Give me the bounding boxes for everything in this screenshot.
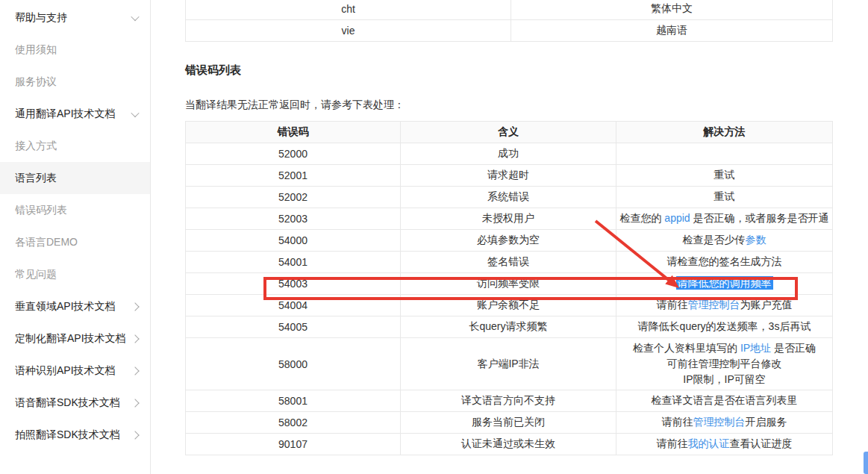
inline-link[interactable]: appid xyxy=(664,212,690,224)
error-code-cell: 52003 xyxy=(186,208,401,230)
sidebar-item-error-code-list[interactable]: 错误码列表 xyxy=(0,194,150,226)
solution-line: 请前往管理控制台开启服务 xyxy=(662,416,787,428)
meaning-cell: 成功 xyxy=(401,143,616,165)
solution-text: 是否正确 xyxy=(771,342,816,354)
sidebar-item-label: 接入方式 xyxy=(15,140,57,153)
error-code-cell: 54000 xyxy=(186,230,401,252)
meaning-cell: 客户端IP非法 xyxy=(401,338,616,390)
error-code-cell: 58001 xyxy=(186,390,401,412)
sidebar-item-general-translate-api-docs[interactable]: 通用翻译API技术文档 xyxy=(0,98,150,130)
solution-cell: 请前往我的认证查看认证进度 xyxy=(616,434,833,455)
chevron-right-icon xyxy=(131,399,139,407)
sidebar-item-label: 语音翻译SDK技术文档 xyxy=(15,396,120,410)
error-row: 54001签名错误请检查您的签名生成方法 xyxy=(186,252,833,273)
meaning-cell: 请求超时 xyxy=(401,165,616,187)
inline-link[interactable]: 管理控制台 xyxy=(693,416,746,428)
error-row-annotated: 54003访问频率受限请降低您的调用频率 xyxy=(186,273,833,295)
solution-text: 查看认证进度 xyxy=(730,437,793,449)
solution-text: 重试 xyxy=(714,169,735,181)
inline-link[interactable]: IP地址 xyxy=(740,342,771,354)
error-code-cell: 54004 xyxy=(186,295,401,316)
language-row: cht繁体中文 xyxy=(186,0,833,20)
sidebar-item-access-method[interactable]: 接入方式 xyxy=(0,130,150,162)
error-row: 90107认证未通过或未生效请前往我的认证查看认证进度 xyxy=(186,434,833,455)
error-code-cell: 52000 xyxy=(186,143,401,165)
sidebar-item-label: 常见问题 xyxy=(15,268,57,281)
error-table-header: 错误码 xyxy=(186,122,401,143)
solution-line: 重试 xyxy=(714,190,735,202)
sidebar-item-language-detect-api-docs[interactable]: 语种识别API技术文档 xyxy=(0,355,150,387)
error-row: 54004账户余额不足请前往管理控制台为账户充值 xyxy=(186,295,833,316)
sidebar-item-label: 语种识别API技术文档 xyxy=(15,364,116,378)
solution-text: 请前往 xyxy=(657,299,688,311)
error-row: 52001请求超时重试 xyxy=(186,165,833,187)
solution-line: IP限制，IP可留空 xyxy=(619,372,829,387)
sidebar: 帮助与支持使用须知服务协议通用翻译API技术文档接入方式语言列表错误码列表各语言… xyxy=(0,0,151,474)
language-code-cell: vie xyxy=(186,20,511,42)
sidebar-nav: 帮助与支持使用须知服务协议通用翻译API技术文档接入方式语言列表错误码列表各语言… xyxy=(0,1,150,451)
sidebar-item-usage-notes[interactable]: 使用须知 xyxy=(0,34,150,66)
solution-text: 检查您的 xyxy=(619,212,664,224)
chevron-down-icon xyxy=(131,108,139,116)
sidebar-item-label: 通用翻译API技术文档 xyxy=(15,107,116,121)
meaning-cell: 未授权用户 xyxy=(401,208,616,230)
solution-cell: 重试 xyxy=(616,187,833,208)
error-row: 58001译文语言方向不支持检查译文语言是否在语言列表里 xyxy=(186,390,833,412)
solution-text: IP限制，IP可留空 xyxy=(683,373,765,385)
solution-cell: 重试 xyxy=(616,165,833,187)
chevron-right-icon xyxy=(131,431,139,439)
language-table: cht繁体中文vie越南语 xyxy=(185,0,833,42)
sidebar-item-photo-translate-sdk-docs[interactable]: 拍照翻译SDK技术文档 xyxy=(0,419,150,451)
error-code-cell: 58002 xyxy=(186,412,401,434)
sidebar-item-label: 垂直领域API技术文档 xyxy=(15,300,116,314)
sidebar-item-label: 使用须知 xyxy=(15,43,57,57)
chevron-right-icon xyxy=(131,367,139,375)
chevron-right-icon xyxy=(131,302,139,311)
solution-cell: 请前往管理控制台开启服务 xyxy=(616,412,833,434)
error-row: 58002服务当前已关闭请前往管理控制台开启服务 xyxy=(186,412,833,434)
solution-text: 是否正确，或者服务是否开通 xyxy=(690,212,829,224)
inline-link[interactable]: 我的认证 xyxy=(688,437,730,449)
language-name-cell: 繁体中文 xyxy=(511,0,833,20)
sidebar-item-help-support[interactable]: 帮助与支持 xyxy=(0,1,150,34)
error-code-cell: 58000 xyxy=(186,338,401,390)
solution-text: 开启服务 xyxy=(746,416,787,428)
meaning-cell: 签名错误 xyxy=(401,252,616,273)
solution-cell: 请降低您的调用频率 xyxy=(616,273,833,295)
inline-link[interactable]: 参数 xyxy=(746,234,766,246)
sidebar-item-language-list[interactable]: 语言列表 xyxy=(0,162,150,194)
error-table-header: 解决方法 xyxy=(616,122,833,143)
solution-line: 检查您的 appid 是否正确，或者服务是否开通 xyxy=(619,212,828,224)
sidebar-item-language-demo[interactable]: 各语言DEMO xyxy=(0,226,150,258)
solution-line: 请降低您的调用频率 xyxy=(676,276,773,290)
solution-text: 请前往 xyxy=(662,416,693,428)
sidebar-item-vertical-api-docs[interactable]: 垂直领域API技术文档 xyxy=(0,290,150,322)
error-table-header: 含义 xyxy=(401,122,616,143)
floating-widget[interactable] xyxy=(864,452,868,474)
meaning-cell: 访问频率受限 xyxy=(401,273,616,295)
section-intro: 当翻译结果无法正常返回时，请参考下表处理： xyxy=(185,99,405,112)
sidebar-item-label: 各语言DEMO xyxy=(15,236,78,249)
solution-cell: 检查您的 appid 是否正确，或者服务是否开通 xyxy=(616,208,833,230)
solution-cell: 请前往管理控制台为账户充值 xyxy=(616,295,833,316)
solution-cell: 请降低长query的发送频率，3s后再试 xyxy=(616,316,833,338)
sidebar-item-label: 服务协议 xyxy=(15,75,57,89)
sidebar-item-faq[interactable]: 常见问题 xyxy=(0,258,150,290)
solution-line: 检查个人资料里填写的 IP地址 是否正确 xyxy=(619,340,829,356)
sidebar-item-speech-translate-sdk-docs[interactable]: 语音翻译SDK技术文档 xyxy=(0,387,150,419)
solution-text: 检查个人资料里填写的 xyxy=(633,342,740,354)
error-code-cell: 54003 xyxy=(186,273,401,295)
sidebar-item-custom-translate-api-docs[interactable]: 定制化翻译API技术文档 xyxy=(0,322,150,355)
error-code-cell: 54001 xyxy=(186,252,401,273)
solution-text: 为账户充值 xyxy=(740,299,793,311)
solution-line: 请检查您的签名生成方法 xyxy=(667,255,782,267)
solution-cell: 检查是否少传参数 xyxy=(616,230,833,252)
language-name-cell: 越南语 xyxy=(511,20,833,42)
inline-link[interactable]: 管理控制台 xyxy=(688,299,740,311)
sidebar-item-service-agreement[interactable]: 服务协议 xyxy=(0,66,150,98)
solution-line: 可前往管理控制平台修改 xyxy=(619,356,829,372)
language-row: vie越南语 xyxy=(186,20,833,42)
solution-text: 重试 xyxy=(714,190,735,202)
meaning-cell: 系统错误 xyxy=(401,187,616,208)
meaning-cell: 认证未通过或未生效 xyxy=(401,434,616,455)
